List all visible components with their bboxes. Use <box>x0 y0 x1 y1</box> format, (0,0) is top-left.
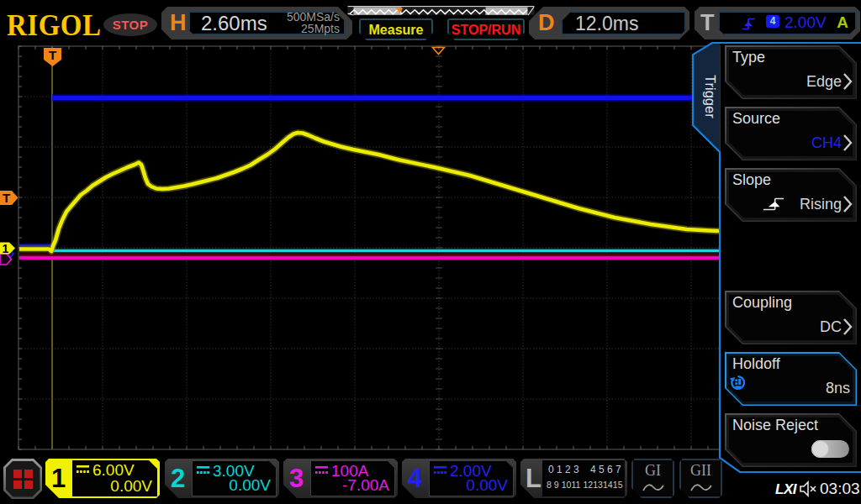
svg-text:T: T <box>49 48 56 62</box>
svg-text:T: T <box>3 191 10 205</box>
svg-text:1: 1 <box>3 242 9 255</box>
